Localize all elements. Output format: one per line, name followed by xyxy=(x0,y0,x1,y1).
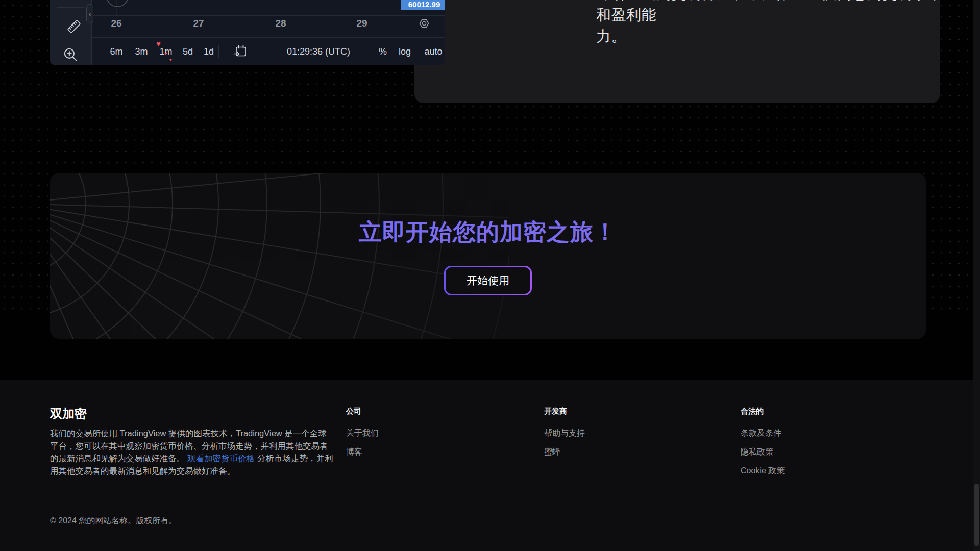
footer-link[interactable]: 博客 xyxy=(346,446,379,458)
toolbar-separator xyxy=(370,45,370,58)
footer-link[interactable]: 隐私政策 xyxy=(741,446,785,458)
interval-button[interactable]: 5d xyxy=(183,46,193,57)
price-label: 60012.99 xyxy=(401,0,445,10)
footer: 双加密 我们的交易所使用 TradingView 提供的图表技术，Trading… xyxy=(0,380,980,551)
heart-icon: ♥ xyxy=(164,51,167,56)
time-axis[interactable]: 26 27 28 29 xyxy=(92,15,445,31)
copyright: © 2024 您的网站名称。版权所有。 xyxy=(50,516,177,527)
feature-card-text: 部署先进的交易算法以最大限度地提高您的交易水平和盈利能 力。 xyxy=(596,0,940,47)
chevron-left-icon: ‹ xyxy=(89,10,91,18)
axis-date-label: 26 xyxy=(111,18,121,29)
toolbar-divider xyxy=(57,7,84,8)
footer-column-title: 合法的 xyxy=(741,407,785,416)
footer-link[interactable]: Cookie 政策 xyxy=(741,465,785,477)
footer-link[interactable]: 关于我们 xyxy=(346,428,379,439)
footer-link[interactable]: 蜜蜂 xyxy=(544,446,585,458)
session-circle xyxy=(106,0,129,7)
time-display[interactable]: 01:29:36 (UTC) xyxy=(287,46,350,57)
scrollbar-thumb[interactable] xyxy=(974,484,979,546)
log-scale-button[interactable]: log xyxy=(399,46,411,57)
grid-line xyxy=(362,0,362,15)
interval-button[interactable]: 6m xyxy=(110,46,122,57)
interval-button[interactable]: 1d xyxy=(204,46,214,57)
feature-card-text-line2: 力。 xyxy=(596,26,940,47)
go-to-date-icon[interactable] xyxy=(233,45,247,58)
chart-settings-icon[interactable] xyxy=(419,18,430,29)
footer-column-title: 开发商 xyxy=(544,407,585,416)
toolbar-separator xyxy=(218,45,219,58)
footer-brand: 双加密 xyxy=(50,406,87,422)
axis-date-label: 28 xyxy=(275,18,286,29)
toolbar-collapse-tab[interactable]: ‹ xyxy=(86,4,93,23)
interval-button[interactable]: 3m xyxy=(135,46,148,57)
footer-divider xyxy=(50,502,926,502)
feature-card: 部署先进的交易算法以最大限度地提高您的交易水平和盈利能 力。 xyxy=(414,0,940,103)
crypto-prices-link[interactable]: 观看加密货币价格 xyxy=(187,454,255,463)
drawing-toolbar xyxy=(50,0,92,65)
feature-card-text-line1: 部署先进的交易算法以最大限度地提高您的交易水平和盈利能 xyxy=(596,0,940,26)
ruler-icon[interactable] xyxy=(65,17,83,36)
footer-column-title: 公司 xyxy=(346,407,379,416)
zoom-in-icon[interactable] xyxy=(62,46,79,63)
auto-scale-button[interactable]: auto xyxy=(424,46,442,57)
grid-line xyxy=(199,0,199,15)
footer-link[interactable]: 条款及条件 xyxy=(741,428,785,439)
get-started-button[interactable]: 开始使用 xyxy=(444,266,532,295)
footer-column-company: 公司 关于我们 博客 xyxy=(346,407,379,465)
scrollbar[interactable] xyxy=(973,0,980,551)
grid-line xyxy=(281,0,281,15)
interval-toolbar: 6m 3m 1m 5d 1d 01:29:36 (UTC) % log auto xyxy=(92,37,445,65)
percent-scale-button[interactable]: % xyxy=(379,46,387,57)
heart-icon: ♥ xyxy=(169,58,172,62)
axis-date-label: 29 xyxy=(356,18,367,29)
chart-widget: 60012.99 ‹ 26 27 2 xyxy=(50,0,445,65)
footer-link[interactable]: 帮助与支持 xyxy=(544,428,585,439)
footer-column-developer: 开发商 帮助与支持 蜜蜂 xyxy=(544,407,585,465)
axis-date-label: 27 xyxy=(193,18,204,29)
cta-section: 立即开始您的加密之旅！ 开始使用 xyxy=(50,173,926,339)
heart-icon: ♥ xyxy=(156,40,161,47)
cta-title: 立即开始您的加密之旅！ xyxy=(50,173,926,247)
footer-column-legal: 合法的 条款及条件 隐私政策 Cookie 政策 xyxy=(741,407,785,484)
footer-description: 我们的交易所使用 TradingView 提供的图表技术，TradingView… xyxy=(50,427,335,477)
